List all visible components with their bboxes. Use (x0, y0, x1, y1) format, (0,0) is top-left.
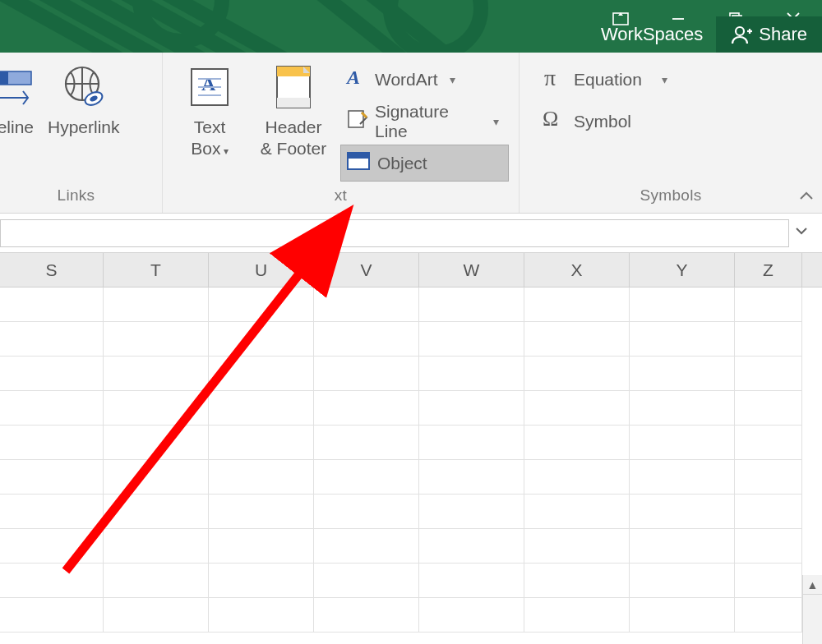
cell[interactable] (209, 460, 314, 494)
signature-line-button[interactable]: Signature Line ▾ (340, 103, 509, 140)
cell[interactable] (314, 391, 419, 426)
column-header-U[interactable]: U (209, 253, 314, 287)
cell[interactable] (735, 426, 802, 460)
cell[interactable] (524, 529, 630, 564)
cell[interactable] (419, 460, 524, 494)
cell[interactable] (630, 322, 735, 356)
cell[interactable] (630, 529, 735, 564)
cell[interactable] (630, 494, 735, 529)
cell[interactable] (630, 288, 735, 322)
hyperlink-button[interactable]: Hyperlink (46, 58, 122, 138)
text-box-button[interactable]: A TextBox ▾ (173, 58, 247, 160)
equation-button[interactable]: π Equation ▾ (538, 61, 677, 98)
cell[interactable] (209, 391, 314, 426)
cell[interactable] (630, 391, 735, 426)
cell[interactable] (104, 460, 209, 494)
wordart-button[interactable]: A WordArt ▾ (340, 61, 509, 98)
cell[interactable] (524, 356, 630, 391)
cell[interactable] (104, 391, 209, 426)
cell[interactable] (419, 529, 524, 564)
cell[interactable] (314, 564, 419, 598)
cell[interactable] (630, 426, 735, 460)
cell[interactable] (209, 494, 314, 529)
column-header-S[interactable]: S (0, 253, 104, 287)
expand-formula-bar-button[interactable] (789, 224, 814, 242)
cell[interactable] (735, 356, 802, 391)
cell[interactable] (630, 564, 735, 598)
cell[interactable] (104, 598, 209, 632)
cell[interactable] (0, 322, 104, 356)
cell[interactable] (314, 598, 419, 632)
cell[interactable] (314, 426, 419, 460)
cell[interactable] (419, 322, 524, 356)
cell[interactable] (0, 426, 104, 460)
cell[interactable] (314, 322, 419, 356)
cell[interactable] (419, 391, 524, 426)
cell[interactable] (209, 322, 314, 356)
symbol-button[interactable]: Ω Symbol (538, 103, 677, 140)
cell[interactable] (735, 598, 802, 632)
cell[interactable] (104, 494, 209, 529)
cell[interactable] (209, 288, 314, 322)
share-button[interactable]: Share (716, 16, 822, 53)
column-header-T[interactable]: T (104, 253, 209, 287)
cell[interactable] (314, 460, 419, 494)
cell[interactable] (419, 564, 524, 598)
cell[interactable] (524, 391, 630, 426)
scroll-up-button[interactable]: ▲ (803, 575, 822, 595)
cell[interactable] (104, 426, 209, 460)
cell[interactable] (0, 288, 104, 322)
cell[interactable] (419, 356, 524, 391)
cell[interactable] (0, 356, 104, 391)
cell[interactable] (314, 494, 419, 529)
cell[interactable] (735, 288, 802, 322)
cell[interactable] (524, 426, 630, 460)
vertical-scrollbar[interactable]: ▲ (802, 575, 822, 644)
cell[interactable] (104, 529, 209, 564)
cell[interactable] (524, 460, 630, 494)
cell[interactable] (104, 564, 209, 598)
cell[interactable] (524, 322, 630, 356)
cell[interactable] (209, 529, 314, 564)
collapse-ribbon-button[interactable] (799, 189, 814, 208)
column-header-V[interactable]: V (314, 253, 419, 287)
formula-bar-input[interactable] (0, 219, 789, 247)
cell[interactable] (314, 529, 419, 564)
cell[interactable] (209, 356, 314, 391)
cell[interactable] (735, 529, 802, 564)
column-header-Z[interactable]: Z (735, 253, 802, 287)
cell[interactable] (104, 356, 209, 391)
cell[interactable] (209, 598, 314, 632)
cell[interactable] (0, 460, 104, 494)
cell[interactable] (735, 391, 802, 426)
cell[interactable] (0, 529, 104, 564)
column-header-Y[interactable]: Y (630, 253, 735, 287)
cell[interactable] (419, 288, 524, 322)
cell[interactable] (209, 564, 314, 598)
cell[interactable] (735, 494, 802, 529)
cell[interactable] (524, 598, 630, 632)
column-header-W[interactable]: W (419, 253, 524, 287)
cell[interactable] (419, 598, 524, 632)
cell[interactable] (314, 356, 419, 391)
cell[interactable] (524, 564, 630, 598)
object-button[interactable]: Object (340, 145, 509, 182)
cell[interactable] (630, 598, 735, 632)
cell[interactable] (735, 322, 802, 356)
cell[interactable] (0, 598, 104, 632)
cell[interactable] (630, 460, 735, 494)
cell[interactable] (735, 460, 802, 494)
cell[interactable] (0, 494, 104, 529)
cell[interactable] (209, 426, 314, 460)
column-header-X[interactable]: X (524, 253, 630, 287)
header-footer-button[interactable]: Header& Footer (256, 58, 330, 160)
cell[interactable] (419, 494, 524, 529)
cell[interactable] (630, 356, 735, 391)
cell[interactable] (314, 288, 419, 322)
workspaces-button[interactable]: WorkSpaces (588, 24, 716, 45)
cell[interactable] (419, 426, 524, 460)
cell[interactable] (104, 288, 209, 322)
cell[interactable] (0, 391, 104, 426)
cell[interactable] (524, 288, 630, 322)
cell[interactable] (524, 494, 630, 529)
